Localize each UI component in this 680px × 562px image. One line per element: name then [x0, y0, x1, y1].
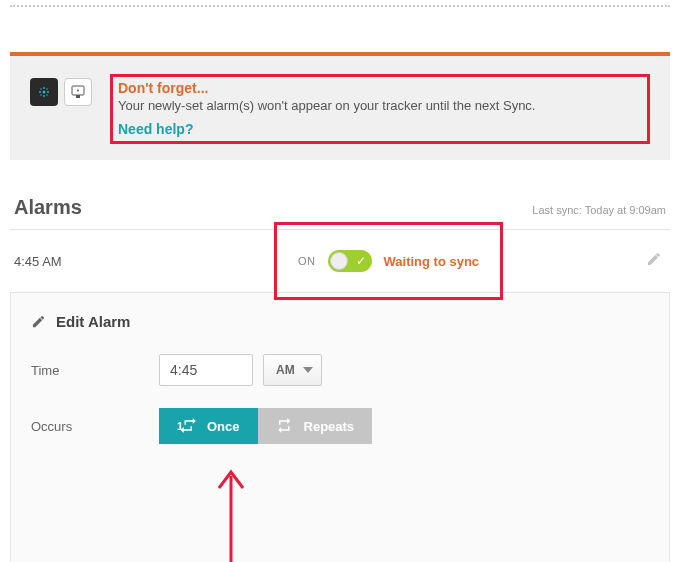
occurs-repeats-label: Repeats: [304, 419, 355, 434]
chevron-down-icon: [303, 367, 313, 373]
notice-title: Don't forget...: [118, 80, 642, 96]
svg-point-2: [47, 91, 49, 93]
time-input[interactable]: [159, 354, 253, 386]
alarm-row: 4:45 AM ON ✓ Waiting to sync: [10, 229, 670, 293]
svg-point-0: [43, 91, 46, 94]
occurs-repeats-button[interactable]: Repeats: [258, 408, 373, 444]
alarm-sync-status: Waiting to sync: [384, 254, 480, 269]
svg-point-7: [40, 94, 42, 96]
occurs-once-label: Once: [207, 419, 240, 434]
notice-body: Your newly-set alarm(s) won't appear on …: [118, 98, 642, 113]
occurs-once-button[interactable]: 1 Once: [159, 408, 258, 444]
svg-point-6: [46, 88, 48, 90]
alarm-enabled-toggle[interactable]: ✓: [328, 250, 372, 272]
svg-point-1: [39, 91, 41, 93]
ampm-value: AM: [276, 363, 295, 377]
occurs-label: Occurs: [31, 419, 159, 434]
svg-point-11: [77, 90, 79, 92]
tracker-one-icon: [64, 78, 92, 106]
time-label: Time: [31, 363, 159, 378]
ampm-select[interactable]: AM: [263, 354, 322, 386]
pencil-icon: [31, 314, 46, 329]
alarms-heading: Alarms: [14, 196, 82, 219]
edit-alarm-title-text: Edit Alarm: [56, 313, 130, 330]
svg-point-8: [46, 94, 48, 96]
edit-alarm-icon[interactable]: [646, 251, 662, 271]
alarm-time-display: 4:45 AM: [14, 254, 284, 269]
last-sync-text: Last sync: Today at 9:09am: [532, 204, 666, 216]
tracker-icons: [30, 78, 92, 106]
sync-notice-banner: Don't forget... Your newly-set alarm(s) …: [10, 52, 670, 160]
svg-rect-10: [76, 95, 80, 98]
annotation-arrow-up: [211, 466, 649, 562]
occurs-toggle-group: 1 Once Repeats: [159, 408, 372, 444]
edit-alarm-heading: Edit Alarm: [31, 313, 649, 330]
svg-point-5: [40, 88, 42, 90]
repeat-icon: [276, 418, 296, 434]
tracker-flex-icon: [30, 78, 58, 106]
toggle-state-label: ON: [298, 255, 316, 267]
alarms-panel: Alarms Last sync: Today at 9:09am 4:45 A…: [10, 196, 670, 562]
svg-point-3: [43, 87, 45, 89]
svg-point-4: [43, 95, 45, 97]
need-help-link[interactable]: Need help?: [118, 121, 193, 137]
repeat-once-icon: 1: [177, 418, 199, 434]
edit-alarm-panel: Edit Alarm Time AM Occurs 1 Once Repeats: [10, 293, 670, 562]
top-dotted-separator: [10, 5, 670, 7]
